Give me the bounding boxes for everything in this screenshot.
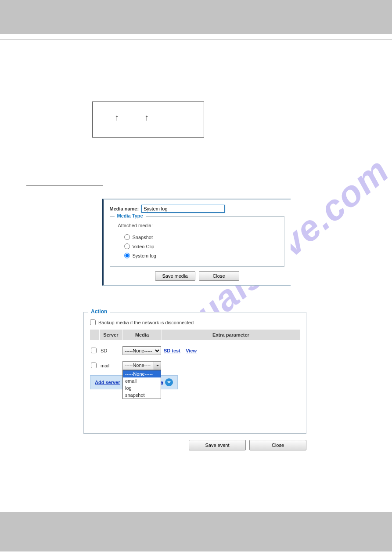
save-event-button[interactable]: Save event bbox=[189, 440, 246, 450]
add-server-link[interactable]: Add server bbox=[95, 380, 120, 385]
page-header-bar bbox=[0, 0, 392, 34]
snapshot-radio[interactable] bbox=[124, 234, 130, 240]
col-extra: Extra parameter bbox=[162, 330, 300, 340]
header-divider bbox=[0, 40, 392, 40]
option-system-log[interactable]: System log bbox=[124, 253, 276, 258]
up-arrow-icon: ↑ bbox=[115, 113, 119, 122]
col-server: Server bbox=[100, 330, 122, 340]
view-link[interactable]: View bbox=[186, 348, 197, 353]
option-video-clip[interactable]: Video Clip bbox=[124, 243, 276, 249]
mail-server-label: mail bbox=[100, 363, 122, 368]
systemlog-label: System log bbox=[133, 253, 156, 258]
mail-select-value: -----None----- bbox=[123, 362, 154, 370]
mail-checkbox[interactable] bbox=[91, 363, 97, 368]
video-label: Video Clip bbox=[133, 244, 155, 249]
media-type-fieldset: Media Type Attached media: Snapshot Vide… bbox=[110, 216, 284, 267]
video-radio[interactable] bbox=[124, 243, 130, 249]
up-arrow-icon: ↑ bbox=[144, 113, 149, 122]
snapshot-label: Snapshot bbox=[133, 235, 153, 240]
action-fieldset: Action Backup media if the network is di… bbox=[83, 312, 306, 434]
media-name-label: Media name: bbox=[110, 206, 139, 211]
dropdown-option-email[interactable]: email bbox=[123, 377, 161, 385]
filename-diagram-box: ↑ ↑ bbox=[92, 102, 204, 138]
sd-server-label: SD bbox=[100, 348, 122, 353]
sd-media-select[interactable]: -----None----- bbox=[122, 346, 161, 355]
dropdown-option-none[interactable]: -----None----- bbox=[123, 370, 161, 377]
close-event-button[interactable]: Close bbox=[249, 440, 306, 450]
media-type-legend: Media Type bbox=[115, 213, 146, 218]
action-row-sd: SD -----None----- SD test View bbox=[90, 340, 300, 355]
sd-test-link[interactable]: SD test bbox=[164, 348, 180, 353]
col-checkbox bbox=[90, 330, 100, 340]
systemlog-radio[interactable] bbox=[124, 253, 130, 258]
backup-label: Backup media if the network is disconnec… bbox=[98, 320, 194, 325]
expand-down-icon[interactable] bbox=[165, 378, 173, 386]
action-row-mail: mail -----None----- -----None----- email bbox=[90, 355, 300, 370]
action-legend: Action bbox=[88, 308, 110, 315]
dropdown-option-snapshot[interactable]: snapshot bbox=[123, 392, 161, 399]
save-media-button[interactable]: Save media bbox=[155, 271, 195, 281]
mail-media-dropdown[interactable]: -----None----- email log snapshot bbox=[122, 370, 161, 399]
page-footer-bar bbox=[0, 512, 392, 551]
media-settings-dialog: Media name: Media Type Attached media: S… bbox=[102, 199, 291, 286]
backup-media-option[interactable]: Backup media if the network is disconnec… bbox=[90, 319, 300, 325]
attached-media-label: Attached media: bbox=[118, 223, 276, 228]
mail-media-select[interactable]: -----None----- -----None----- email log … bbox=[122, 361, 163, 370]
backup-checkbox[interactable] bbox=[90, 319, 96, 325]
action-table-header: Server Media Extra parameter bbox=[90, 330, 300, 340]
dropdown-option-log[interactable]: log bbox=[123, 385, 161, 392]
col-media: Media bbox=[122, 330, 162, 340]
media-name-input[interactable] bbox=[141, 205, 225, 213]
section-heading-underline bbox=[26, 185, 103, 185]
chevron-down-icon[interactable] bbox=[154, 362, 161, 370]
sd-checkbox[interactable] bbox=[91, 348, 97, 353]
option-snapshot[interactable]: Snapshot bbox=[124, 234, 276, 240]
close-media-button[interactable]: Close bbox=[199, 271, 239, 281]
